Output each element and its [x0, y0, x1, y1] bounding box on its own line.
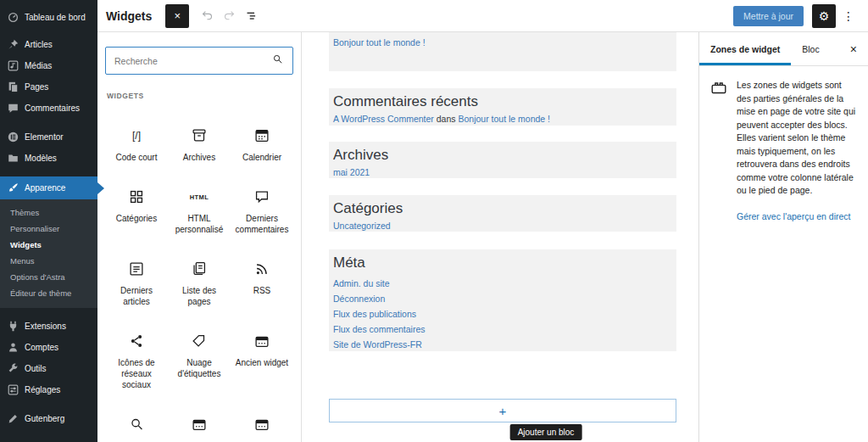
archive-month-link[interactable]: mai 2021: [333, 167, 370, 177]
submenu-item-personnaliser[interactable]: Personnaliser: [0, 221, 97, 237]
media-icon: [8, 60, 19, 71]
inserter-search-box: [105, 47, 293, 75]
inserter-block-derniers-commentaires[interactable]: Derniers commentaires: [231, 176, 293, 243]
sidebar-item-label: Articles: [25, 40, 53, 49]
tab-widget-areas[interactable]: Zones de widget: [699, 32, 791, 65]
sidebar-item-label: Comptes: [25, 343, 58, 352]
widget-recent-posts-block[interactable]: Bonjour tout le monde !: [329, 32, 676, 71]
comments-icon: [8, 103, 19, 114]
legacy-widget-icon: [190, 414, 209, 434]
sidebar-item-articles[interactable]: Articles: [0, 34, 97, 55]
inserter-block-derniers-articles[interactable]: Derniers articles: [105, 249, 168, 316]
inserter-block-html-personnalise[interactable]: HTML HTML personnalisé: [168, 176, 231, 243]
widget-recent-comments-block[interactable]: Commentaires récents A WordPress Comment…: [329, 88, 676, 126]
pushpin-icon: [8, 39, 19, 50]
settings-sidebar: Zones de widget Bloc × Les zones de widg…: [698, 32, 868, 442]
settings-sliders-icon: [8, 384, 19, 395]
inserter-block-rss[interactable]: RSS: [231, 249, 293, 316]
page-list-icon: [190, 259, 209, 279]
submenu-item-options-astra[interactable]: Options d'Astra: [0, 269, 97, 285]
settings-gear-button[interactable]: ⚙: [812, 4, 836, 28]
sidebar-item-dashboard[interactable]: Tableau de bord: [0, 7, 97, 28]
widget-categories-block[interactable]: Catégories Uncategorized: [329, 195, 676, 232]
sidebar-item-pages[interactable]: Pages: [0, 76, 97, 98]
widget-heading: Méta: [333, 254, 672, 271]
redo-button[interactable]: [218, 5, 240, 27]
tab-block[interactable]: Bloc: [791, 32, 830, 65]
legacy-widget-icon: [253, 414, 271, 434]
inserter-blocks-grid: [/] Code court Archives Calendrier Catég…: [105, 115, 293, 442]
plugin-icon: [8, 321, 19, 332]
sidebar-item-modeles[interactable]: Modèles: [0, 148, 97, 169]
collapse-menu-button[interactable]: Réduire le menu: [0, 437, 97, 442]
sidebar-item-commentaires[interactable]: Commentaires: [0, 98, 97, 119]
archive-icon: [190, 126, 209, 146]
inserter-block-recherche[interactable]: Recherche: [105, 404, 168, 442]
list-view-button[interactable]: [240, 5, 262, 27]
search-block-icon: [127, 414, 146, 434]
block-inserter-panel: WIDGETS [/] Code court Archives Calendri…: [97, 32, 302, 442]
manage-with-live-preview-link[interactable]: Gérer avec l'aperçu en direct: [737, 211, 851, 221]
close-inserter-button[interactable]: ×: [165, 4, 189, 28]
sidebar-item-reglages[interactable]: Réglages: [0, 379, 97, 400]
editor-header: Widgets × Mettre à jour ⚙ ⋮: [97, 0, 868, 32]
sidebar-item-label: Médias: [25, 61, 52, 70]
wp-widgets-editor: Tableau de bord Articles Médias Pages Co…: [0, 0, 868, 442]
widget-area-canvas: Bonjour tout le monde ! Commentaires réc…: [302, 32, 698, 442]
inserter-block-categories[interactable]: Catégories: [105, 176, 168, 243]
submenu-item-menus[interactable]: Menus: [0, 253, 97, 269]
settings-sidebar-tabs: Zones de widget Bloc ×: [699, 32, 868, 66]
comment-post-link[interactable]: Bonjour tout le monde !: [458, 114, 550, 124]
inserter-block-menu-de-navigation[interactable]: Menu de: [231, 404, 293, 442]
widget-meta-block[interactable]: Méta Admin. du site Déconnexion Flux des…: [329, 249, 676, 351]
sidebar-item-outils[interactable]: Outils: [0, 358, 97, 379]
inserter-block-meta[interactable]: Méta: [168, 404, 231, 442]
close-sidebar-icon[interactable]: ×: [839, 42, 868, 56]
widget-areas-description-wrap: Les zones de widgets sont des parties gé…: [737, 79, 858, 223]
meta-link-posts-feed[interactable]: Flux des publications: [333, 306, 672, 322]
sidebar-item-medias[interactable]: Médias: [0, 55, 97, 76]
inserter-block-nuage-etiquettes[interactable]: Nuage d'étiquettes: [168, 321, 231, 399]
widgets-section-label: WIDGETS: [107, 92, 292, 100]
meta-link-logout[interactable]: Déconnexion: [333, 291, 672, 306]
sidebar-item-label: Modèles: [25, 154, 57, 163]
submenu-item-themes[interactable]: Thèmes: [0, 204, 97, 221]
tag-icon: [190, 331, 209, 351]
sidebar-item-label: Apparence: [25, 183, 65, 193]
undo-button[interactable]: [196, 5, 218, 27]
meta-link-site-admin[interactable]: Admin. du site: [333, 276, 672, 291]
widget-areas-description: Les zones de widgets sont des parties gé…: [737, 79, 858, 198]
sidebar-item-elementor[interactable]: Elementor: [0, 126, 97, 148]
editor-frame: Widgets × Mettre à jour ⚙ ⋮ WIDGETS [/]: [97, 0, 868, 442]
submenu-item-widgets[interactable]: Widgets: [0, 237, 97, 253]
submenu-item-editeur-theme[interactable]: Éditeur de thème: [0, 285, 97, 301]
meta-link-comments-feed[interactable]: Flux des commentaires: [333, 322, 672, 337]
comment-bubble-icon: [253, 187, 271, 207]
post-link[interactable]: Bonjour tout le monde !: [333, 37, 426, 48]
sidebar-item-gutenberg[interactable]: Gutenberg: [0, 408, 97, 429]
comment-author-link[interactable]: A WordPress Commenter: [333, 114, 434, 124]
more-options-kebab-button[interactable]: ⋮: [839, 5, 858, 27]
add-block-tooltip: Ajouter un bloc: [510, 424, 582, 440]
update-button[interactable]: Mettre à jour: [733, 6, 804, 26]
inserter-block-calendrier[interactable]: Calendrier: [231, 115, 293, 171]
widget-brick-icon: [709, 79, 728, 223]
meta-links-list: Admin. du site Déconnexion Flux des publ…: [333, 276, 672, 352]
sidebar-item-comptes[interactable]: Comptes: [0, 337, 97, 358]
category-link[interactable]: Uncategorized: [333, 221, 391, 231]
add-block-appender[interactable]: +: [329, 399, 676, 422]
widget-archives-block[interactable]: Archives mai 2021: [329, 142, 676, 178]
search-icon: [271, 53, 284, 69]
sidebar-item-apparence[interactable]: Apparence: [0, 176, 97, 199]
category-grid-icon: [127, 187, 146, 207]
inserter-block-ancien-widget[interactable]: Ancien widget: [231, 321, 293, 399]
inserter-block-liste-des-pages[interactable]: Liste des pages: [168, 249, 231, 316]
search-input[interactable]: [114, 56, 271, 66]
inserter-block-icones-reseaux-sociaux[interactable]: Icônes de réseaux sociaux: [105, 321, 168, 399]
sidebar-item-extensions[interactable]: Extensions: [0, 316, 97, 337]
sidebar-item-label: Commentaires: [25, 104, 80, 113]
meta-link-wordpress-fr[interactable]: Site de WordPress-FR: [333, 337, 672, 352]
inserter-block-archives[interactable]: Archives: [168, 115, 231, 171]
inserter-block-code-court[interactable]: [/] Code court: [105, 115, 168, 171]
appearance-brush-icon: [8, 182, 19, 193]
